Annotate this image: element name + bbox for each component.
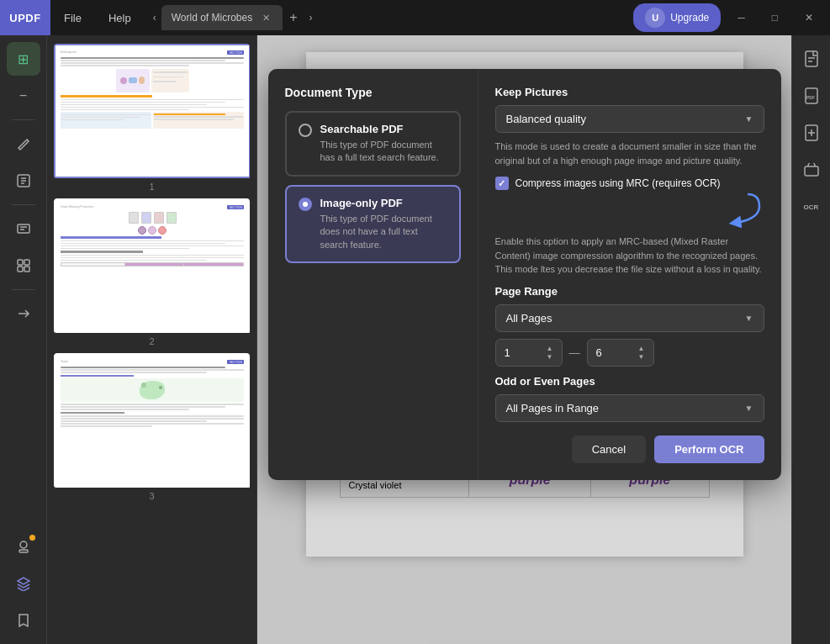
arrow-indicator	[495, 187, 764, 230]
odd-even-title: Odd or Even Pages	[495, 375, 764, 388]
dialog-right-panel: Keep Pictures Balanced quality ▼ This mo…	[478, 69, 781, 480]
title-bar: UPDF File Help ‹ World of Microbes ✕ + ›…	[0, 0, 830, 35]
image-only-pdf-label: Image-only PDF	[320, 197, 447, 209]
minimize-button[interactable]: ─	[727, 12, 755, 24]
odd-even-section: Odd or Even Pages All Pages in Range ▼	[495, 375, 764, 422]
sidebar-divider-2	[12, 204, 35, 205]
page-number-2: 2	[54, 336, 250, 346]
image-only-pdf-desc: This type of PDF document does not have …	[320, 213, 447, 251]
svg-rect-12	[19, 550, 28, 552]
thumbnail-view-icon[interactable]: ⊞	[7, 42, 40, 76]
svg-rect-10	[24, 267, 29, 272]
page-range-dropdown[interactable]: All Pages ▼	[495, 304, 764, 332]
thumbnail-page-1[interactable]: Endospores SECTION	[54, 44, 250, 192]
sidebar-bottom	[7, 530, 40, 637]
maximize-button[interactable]: □	[762, 12, 788, 24]
share-icon[interactable]	[795, 153, 828, 187]
svg-rect-8	[24, 260, 29, 265]
ocr-icon[interactable]	[7, 212, 40, 245]
searchable-pdf-label: Searchable PDF	[320, 123, 447, 135]
menu-help[interactable]: Help	[95, 0, 145, 35]
dialog-left-panel: Document Type Searchable PDF This type o…	[268, 69, 478, 480]
menu-file[interactable]: File	[50, 0, 95, 35]
thumbnail-image-3: Yeast SECTION	[54, 353, 250, 488]
thumbnail-image-2: Gram Staining Procedure SECTION	[54, 198, 250, 333]
thumbnail-page-2[interactable]: Gram Staining Procedure SECTION	[54, 198, 250, 346]
add-content-icon[interactable]	[795, 116, 828, 150]
page-number-3: 3	[54, 491, 250, 501]
searchable-pdf-radio[interactable]	[299, 124, 312, 137]
thumbnail-page-3[interactable]: Yeast SECTION	[54, 353, 250, 501]
organize-icon[interactable]	[7, 249, 40, 282]
dialog-content: Document Type Searchable PDF This type o…	[268, 69, 781, 480]
page-number-1: 1	[54, 182, 250, 192]
searchable-pdf-text: Searchable PDF This type of PDF document…	[320, 123, 447, 165]
content-area: Chapter Endospores Endospores are dorman…	[257, 35, 791, 644]
title-bar-left: UPDF File Help ‹ World of Microbes ✕ + ›	[0, 0, 318, 35]
page-range-inputs: 1 ▲▼ — 6 ▲▼	[495, 339, 764, 367]
odd-even-dropdown[interactable]: All Pages in Range ▼	[495, 394, 764, 422]
convert-icon[interactable]	[7, 297, 40, 330]
dialog-overlay: Document Type Searchable PDF This type o…	[257, 35, 791, 644]
tab-close-button[interactable]: ✕	[259, 11, 272, 24]
svg-rect-13	[806, 51, 817, 66]
quality-dropdown[interactable]: Balanced quality ▼	[495, 105, 764, 133]
save-to-pdf-icon[interactable]	[795, 42, 828, 76]
quality-description: This mode is used to create a document s…	[495, 140, 764, 167]
page-range-title: Page Range	[495, 285, 764, 298]
keep-pictures-title: Keep Pictures	[495, 86, 764, 98]
main-layout: ⊞ −	[0, 35, 830, 644]
zoom-out-icon[interactable]: −	[7, 79, 40, 113]
blue-arrow-icon	[722, 187, 764, 230]
bookmark-icon[interactable]	[7, 604, 40, 637]
doc-type-title: Document Type	[285, 86, 461, 99]
document-tab[interactable]: World of Microbes ✕	[161, 5, 283, 30]
tab-bar: ‹ World of Microbes ✕ + ›	[148, 0, 318, 35]
svg-point-11	[20, 541, 27, 548]
odd-even-arrow: ▼	[745, 404, 753, 413]
layers-icon[interactable]	[7, 567, 40, 600]
image-only-pdf-text: Image-only PDF This type of PDF document…	[320, 197, 447, 251]
searchable-pdf-option[interactable]: Searchable PDF This type of PDF document…	[285, 111, 461, 177]
page-range-section: Page Range All Pages ▼ 1 ▲▼	[495, 285, 764, 367]
annotate-icon[interactable]	[7, 127, 40, 161]
edit-icon[interactable]	[7, 164, 40, 198]
stamp-icon[interactable]	[7, 530, 40, 563]
compress-label-area: Compress images using MRC (requires OCR)	[515, 176, 721, 191]
tab-right-arrow[interactable]: ›	[304, 12, 318, 24]
new-tab-button[interactable]: +	[283, 10, 304, 25]
range-to-input[interactable]: 6 ▲▼	[587, 339, 654, 367]
close-button[interactable]: ✕	[795, 12, 823, 24]
right-icon-bar: PDF OCR	[791, 35, 830, 644]
sidebar-divider-3	[12, 289, 35, 290]
left-sidebar: ⊞ −	[0, 35, 47, 644]
compress-label: Compress images using MRC (requires OCR)	[515, 176, 721, 191]
user-avatar: U	[645, 8, 665, 28]
compress-checkbox[interactable]	[495, 177, 509, 190]
thumbnail-image-1: Endospores SECTION	[54, 44, 250, 178]
range-to-arrows[interactable]: ▲▼	[638, 345, 645, 361]
notification-dot	[29, 535, 35, 541]
ocr-dialog: Document Type Searchable PDF This type o…	[268, 69, 781, 480]
ocr-right-icon[interactable]: OCR	[795, 190, 828, 224]
tab-label: World of Microbes	[172, 12, 252, 24]
range-from-arrows[interactable]: ▲▼	[547, 345, 553, 361]
svg-rect-4	[18, 224, 29, 233]
compress-description: Enable this option to apply an MRC-based…	[495, 235, 764, 277]
searchable-pdf-desc: This type of PDF document has a full tex…	[320, 139, 447, 165]
thumbnail-panel: Endospores SECTION	[47, 35, 257, 644]
svg-rect-7	[18, 260, 23, 265]
image-only-pdf-radio[interactable]	[299, 198, 312, 211]
range-from-input[interactable]: 1 ▲▼	[495, 339, 563, 367]
range-dash: —	[569, 346, 580, 359]
cancel-button[interactable]: Cancel	[572, 435, 646, 463]
perform-ocr-button[interactable]: Perform OCR	[654, 435, 764, 463]
upgrade-button[interactable]: U Upgrade	[633, 3, 721, 32]
image-only-pdf-option[interactable]: Image-only PDF This type of PDF document…	[285, 185, 461, 263]
quality-dropdown-arrow: ▼	[745, 114, 753, 124]
sidebar-divider-1	[12, 119, 35, 120]
title-bar-right: U Upgrade ─ □ ✕	[633, 3, 830, 32]
page-range-arrow: ▼	[745, 314, 753, 323]
pdf-to-file-icon[interactable]: PDF	[795, 79, 828, 113]
tab-left-arrow[interactable]: ‹	[148, 12, 161, 24]
